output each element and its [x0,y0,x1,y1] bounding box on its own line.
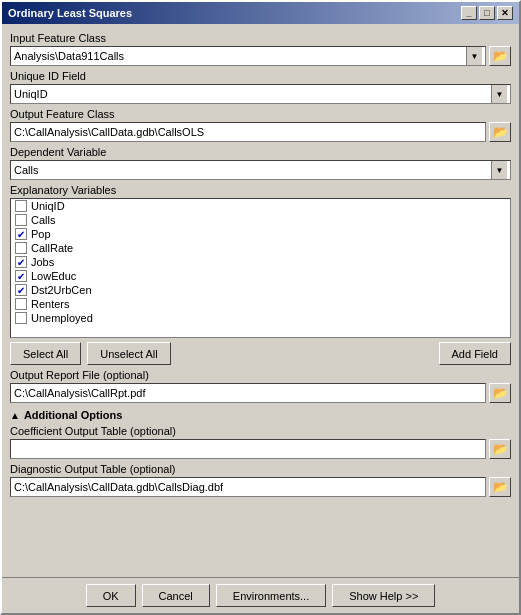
list-item[interactable]: ✔Pop [11,227,510,241]
list-item[interactable]: ✔LowEduc [11,269,510,283]
output-feature-class-input[interactable] [10,122,486,142]
variable-name: UniqID [31,200,65,212]
variable-name: Dst2UrbCen [31,284,92,296]
unique-id-field-row: UniqID ▼ [10,84,511,104]
dependent-variable-label: Dependent Variable [10,146,511,158]
add-field-button[interactable]: Add Field [439,342,511,365]
unselect-all-button[interactable]: Unselect All [87,342,170,365]
folder-icon-5: 📂 [493,480,508,494]
diagnostic-output-input[interactable] [10,477,486,497]
unique-id-field-combo[interactable]: UniqID ▼ [10,84,511,104]
dependent-variable-value: Calls [14,164,38,176]
select-all-button[interactable]: Select All [10,342,81,365]
variables-button-row: Select All Unselect All Add Field [10,342,511,365]
folder-icon-4: 📂 [493,442,508,456]
variable-checkbox[interactable] [15,298,27,310]
folder-icon-2: 📂 [493,125,508,139]
variable-checkbox[interactable] [15,242,27,254]
variable-name: Renters [31,298,70,310]
output-feature-class-folder-button[interactable]: 📂 [489,122,511,142]
diagnostic-output-section: Diagnostic Output Table (optional) 📂 [10,463,511,497]
output-feature-class-section: Output Feature Class 📂 [10,108,511,142]
coeff-output-folder-button[interactable]: 📂 [489,439,511,459]
coeff-output-input[interactable] [10,439,486,459]
coeff-output-section: Coefficient Output Table (optional) 📂 [10,425,511,459]
dependent-variable-arrow[interactable]: ▼ [491,161,507,179]
footer: OK Cancel Environments... Show Help >> [2,577,519,613]
explanatory-variables-list-inner: UniqIDCalls✔PopCallRate✔Jobs✔LowEduc✔Dst… [11,199,510,325]
list-item[interactable]: ✔Jobs [11,255,510,269]
input-feature-class-combo[interactable]: Analysis\Data911Calls ▼ [10,46,486,66]
explanatory-variables-list[interactable]: UniqIDCalls✔PopCallRate✔Jobs✔LowEduc✔Dst… [10,198,511,338]
close-button[interactable]: ✕ [497,6,513,20]
variable-name: LowEduc [31,270,76,282]
variable-name: CallRate [31,242,73,254]
output-report-row: 📂 [10,383,511,403]
explanatory-variables-section: Explanatory Variables UniqIDCalls✔PopCal… [10,184,511,338]
variable-name: Pop [31,228,51,240]
list-item[interactable]: Calls [11,213,510,227]
additional-options-header: ▲ Additional Options [10,409,511,421]
ok-button[interactable]: OK [86,584,136,607]
list-item[interactable]: Renters [11,297,510,311]
list-item[interactable]: CallRate [11,241,510,255]
minimize-button[interactable]: _ [461,6,477,20]
output-report-input[interactable] [10,383,486,403]
output-report-folder-button[interactable]: 📂 [489,383,511,403]
input-feature-class-arrow[interactable]: ▼ [466,47,482,65]
section-collapse-icon[interactable]: ▲ [10,410,20,421]
dependent-variable-combo[interactable]: Calls ▼ [10,160,511,180]
input-feature-class-section: Input Feature Class Analysis\Data911Call… [10,32,511,66]
unique-id-field-arrow[interactable]: ▼ [491,85,507,103]
variable-checkbox[interactable] [15,200,27,212]
unique-id-field-section: Unique ID Field UniqID ▼ [10,70,511,104]
variable-name: Unemployed [31,312,93,324]
variable-name: Jobs [31,256,54,268]
input-feature-class-row: Analysis\Data911Calls ▼ 📂 [10,46,511,66]
input-feature-class-label: Input Feature Class [10,32,511,44]
dependent-variable-section: Dependent Variable Calls ▼ [10,146,511,180]
output-report-label: Output Report File (optional) [10,369,511,381]
explanatory-variables-container: UniqIDCalls✔PopCallRate✔Jobs✔LowEduc✔Dst… [10,198,511,338]
explanatory-variables-label: Explanatory Variables [10,184,511,196]
window-title: Ordinary Least Squares [8,7,132,19]
folder-icon: 📂 [493,49,508,63]
title-bar: Ordinary Least Squares _ □ ✕ [2,2,519,24]
main-window: Ordinary Least Squares _ □ ✕ Input Featu… [0,0,521,615]
folder-icon-3: 📂 [493,386,508,400]
variable-checkbox[interactable]: ✔ [15,270,27,282]
output-report-section: Output Report File (optional) 📂 [10,369,511,403]
list-item[interactable]: UniqID [11,199,510,213]
input-feature-class-folder-button[interactable]: 📂 [489,46,511,66]
additional-options-title: Additional Options [24,409,122,421]
variable-checkbox[interactable] [15,312,27,324]
title-bar-controls: _ □ ✕ [461,6,513,20]
coeff-output-row: 📂 [10,439,511,459]
list-item[interactable]: ✔Dst2UrbCen [11,283,510,297]
diagnostic-output-folder-button[interactable]: 📂 [489,477,511,497]
show-help-button[interactable]: Show Help >> [332,584,435,607]
environments-button[interactable]: Environments... [216,584,326,607]
diagnostic-output-row: 📂 [10,477,511,497]
unique-id-field-label: Unique ID Field [10,70,511,82]
dependent-variable-row: Calls ▼ [10,160,511,180]
input-feature-class-value: Analysis\Data911Calls [14,50,124,62]
unique-id-field-value: UniqID [14,88,48,100]
diagnostic-output-label: Diagnostic Output Table (optional) [10,463,511,475]
list-item[interactable]: Unemployed [11,311,510,325]
variable-checkbox[interactable]: ✔ [15,284,27,296]
maximize-button[interactable]: □ [479,6,495,20]
output-feature-class-row: 📂 [10,122,511,142]
coeff-output-label: Coefficient Output Table (optional) [10,425,511,437]
variable-name: Calls [31,214,55,226]
form-content: Input Feature Class Analysis\Data911Call… [2,24,519,577]
variable-checkbox[interactable] [15,214,27,226]
variable-checkbox[interactable]: ✔ [15,228,27,240]
cancel-button[interactable]: Cancel [142,584,210,607]
output-feature-class-label: Output Feature Class [10,108,511,120]
variable-checkbox[interactable]: ✔ [15,256,27,268]
